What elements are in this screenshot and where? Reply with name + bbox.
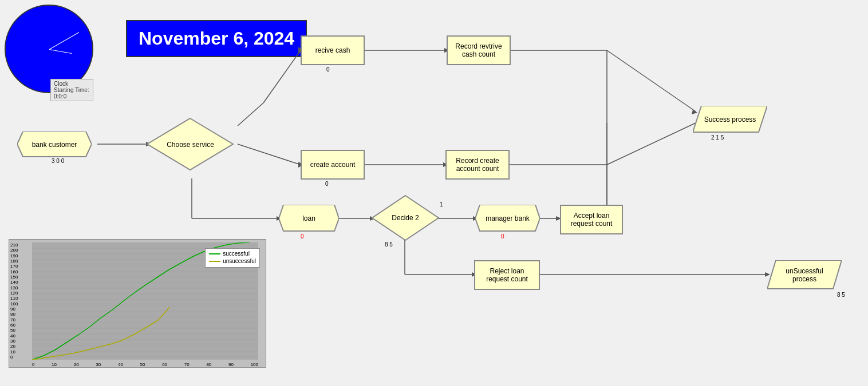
choose-service-label: Choose service xyxy=(146,117,235,172)
recive-cash-label: recive cash xyxy=(315,46,350,54)
unsucessful-count: 8 5 xyxy=(837,292,845,298)
record-create-node[interactable]: Record createaccount count xyxy=(445,150,510,180)
loan-label: loan xyxy=(279,205,339,232)
svg-line-3 xyxy=(263,50,301,103)
manager-bank-node[interactable]: manager bank xyxy=(475,205,540,232)
loan-count: 0 xyxy=(301,233,304,240)
create-account-count: 0 xyxy=(325,181,329,187)
date-text: November 6, 2024 xyxy=(139,28,294,49)
recive-cash-node[interactable]: recive cash xyxy=(301,35,365,65)
svg-line-13 xyxy=(607,50,696,112)
loan-node[interactable]: loan xyxy=(279,205,339,232)
bank-customer-node[interactable]: bank customer 3 0 0 xyxy=(17,132,92,157)
manager-bank-label: manager bank xyxy=(475,205,540,232)
decide2-count: 8 5 xyxy=(385,241,393,248)
decide2-count2: 1 xyxy=(440,201,443,208)
legend-unsuccessful-label: unsuccessful xyxy=(223,258,256,264)
decide2-label: Decide 2 xyxy=(371,194,440,241)
accept-loan-node[interactable]: Accept loanrequest count xyxy=(560,205,623,234)
bank-customer-count: 3 0 0 xyxy=(52,158,64,164)
reject-loan-node[interactable]: Reject loanrequest count xyxy=(474,260,540,290)
decide2-node[interactable]: Decide 2 xyxy=(371,194,440,241)
chart-x-axis: 0102030405060708090100 xyxy=(32,362,258,367)
success-process-label: Success process xyxy=(693,106,767,133)
create-account-node[interactable]: create account xyxy=(301,150,365,180)
create-account-label: create account xyxy=(310,161,356,169)
legend-successful-color xyxy=(209,253,220,254)
chart-container: 210200190180170 160150140130120 11010090… xyxy=(9,239,266,368)
clock-hour-hand xyxy=(49,49,72,54)
record-create-label: Record createaccount count xyxy=(456,157,499,173)
clock-widget: Clock Starting Time: 0:0:0 xyxy=(5,5,93,93)
clock-time: Starting Time: 0:0:0 xyxy=(54,87,90,100)
date-display: November 6, 2024 xyxy=(126,20,307,57)
record-retrieve-node[interactable]: Record revtrivecash count xyxy=(447,35,511,65)
clock-minute-hand xyxy=(49,32,78,50)
record-retrieve-label: Record revtrivecash count xyxy=(455,42,502,58)
clock-tooltip: Clock Starting Time: 0:0:0 xyxy=(50,79,93,101)
choose-service-node[interactable]: Choose service xyxy=(146,117,235,172)
manager-bank-count: 0 xyxy=(501,233,504,240)
chart-legend: successful unsuccessful xyxy=(205,248,260,268)
svg-line-18 xyxy=(607,123,696,165)
legend-successful-label: successful xyxy=(223,250,250,257)
legend-successful: successful xyxy=(209,250,256,257)
accept-loan-label: Accept loanrequest count xyxy=(571,212,613,228)
bank-customer-label: bank customer xyxy=(17,132,92,157)
unsucessful-node[interactable]: unSucessfulprocess xyxy=(767,260,842,290)
success-process-node[interactable]: Success process xyxy=(693,106,767,133)
chart-y-axis: 210200190180170 160150140130120 11010090… xyxy=(10,242,18,360)
clock-label: Clock xyxy=(54,81,90,87)
svg-line-5 xyxy=(238,144,301,165)
legend-unsuccessful: unsuccessful xyxy=(209,258,256,264)
recive-cash-count: 0 xyxy=(326,66,330,73)
svg-line-2 xyxy=(238,103,263,126)
unsucessful-label: unSucessfulprocess xyxy=(767,260,842,290)
reject-loan-label: Reject loanrequest count xyxy=(486,267,528,283)
success-process-count: 2 1 5 xyxy=(711,134,724,141)
legend-unsuccessful-color xyxy=(209,261,220,262)
